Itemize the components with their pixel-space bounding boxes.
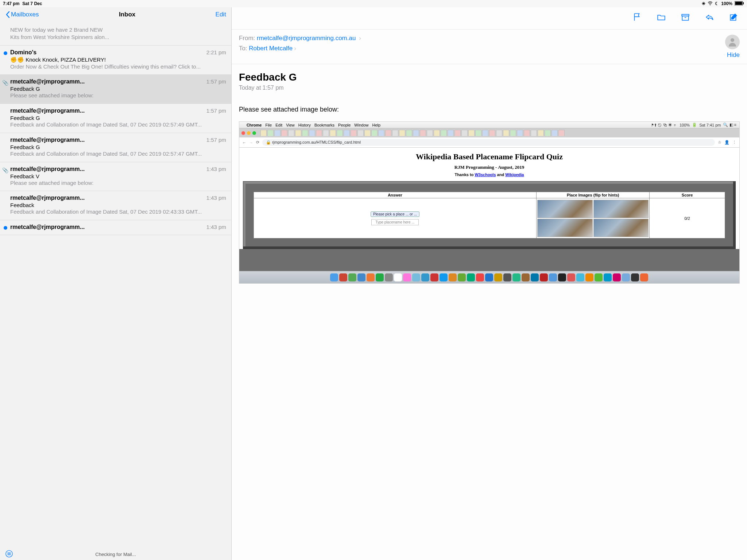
sidebar-status: Checking for Mail... xyxy=(95,552,136,557)
browser-tab xyxy=(545,130,551,136)
mail-item[interactable]: 📎rmetcalfe@rjmprogramm...1:43 pmFeedback… xyxy=(0,162,231,191)
browser-tab xyxy=(274,130,280,136)
mail-item[interactable]: rmetcalfe@rjmprogramm...1:57 pmFeedback … xyxy=(0,104,231,133)
mail-sender: rmetcalfe@rjmprogramm... xyxy=(10,78,85,85)
mail-subject: Feedback G xyxy=(10,144,226,150)
browser-tab xyxy=(406,130,412,136)
browser-tab xyxy=(510,130,516,136)
browser-tab xyxy=(330,130,336,136)
browser-tab xyxy=(378,130,384,136)
browser-tab xyxy=(281,130,287,136)
dock-app-icon xyxy=(440,273,448,281)
svg-point-12 xyxy=(731,38,734,42)
browser-tab xyxy=(351,130,357,136)
menubar-battery: 100% xyxy=(680,123,690,127)
status-spinner-icon: ✳︎ xyxy=(702,1,705,6)
browser-tab xyxy=(531,130,537,136)
mail-time: 1:57 pm xyxy=(206,78,226,85)
dock-app-icon xyxy=(567,273,575,281)
browser-tab xyxy=(448,130,454,136)
dock-app-icon xyxy=(421,273,429,281)
moon-icon: ☾ xyxy=(715,1,719,6)
dock-app-icon xyxy=(540,273,548,281)
filter-icon[interactable] xyxy=(5,550,13,559)
dock-app-icon xyxy=(622,273,630,281)
mail-list[interactable]: NEW for today we have 2 Brand NEWKits fr… xyxy=(0,23,231,549)
from-address[interactable]: rmetcalfe@rjmprogramming.com.au xyxy=(257,35,356,42)
chrome-urlbar: ← → ⟳ 🔒 rjmprogramming.com.au/HTMLCSS/fl… xyxy=(239,137,739,148)
page-h1: Wikipedia Based Placename Flipcard Quiz xyxy=(243,152,736,162)
mail-item[interactable]: rmetcalfe@rjmprogramm...1:57 pmFeedback … xyxy=(0,133,231,162)
attachment-clip-icon: 📎 xyxy=(2,80,8,86)
mail-item[interactable]: rmetcalfe@rjmprogramm...1:43 pm xyxy=(0,220,231,235)
flag-button[interactable] xyxy=(632,12,642,23)
dock-app-icon xyxy=(385,273,393,281)
dock-app-icon xyxy=(330,273,338,281)
to-name[interactable]: Robert Metcalfe xyxy=(249,45,293,52)
folder-button[interactable] xyxy=(657,12,666,23)
hide-button[interactable]: Hide xyxy=(727,51,740,59)
dock-app-icon xyxy=(430,273,438,281)
place-input: Type placename here ... xyxy=(371,219,419,225)
archive-button[interactable] xyxy=(681,12,690,23)
dock-app-icon xyxy=(503,273,511,281)
menubar-item: Help xyxy=(372,123,380,127)
battery-percent: 100% xyxy=(721,1,732,6)
score-cell: 0/2 xyxy=(650,198,725,238)
avatar[interactable] xyxy=(725,35,740,49)
dock-app-icon xyxy=(467,273,475,281)
mac-dock xyxy=(239,271,739,283)
attachment-image[interactable]: ChromeFileEditViewHistoryBookmarksPeople… xyxy=(239,121,740,284)
chevron-right-icon[interactable]: › xyxy=(359,35,361,42)
dock-app-icon xyxy=(585,273,593,281)
th-answer: Answer xyxy=(253,192,536,198)
mail-subject: ✊✊ Knock Knock, PIZZA DELIVERY! xyxy=(10,57,226,63)
browser-tab xyxy=(399,130,405,136)
mail-sender: rmetcalfe@rjmprogramm... xyxy=(10,137,85,143)
mail-subject: Feedback xyxy=(10,202,226,208)
browser-tab xyxy=(392,130,398,136)
browser-tab xyxy=(420,130,426,136)
dock-app-icon xyxy=(485,273,493,281)
mail-item[interactable]: rmetcalfe@rjmprogramm...1:43 pmFeedbackF… xyxy=(0,191,231,220)
chevron-right-icon[interactable]: › xyxy=(294,45,296,52)
back-label: Mailboxes xyxy=(11,11,39,18)
browser-tab xyxy=(468,130,475,136)
svg-rect-9 xyxy=(682,16,688,20)
dock-app-icon xyxy=(394,273,402,281)
menubar-item: History xyxy=(298,123,311,127)
menubar-item: Edit xyxy=(275,123,282,127)
mail-subject: Feedback V xyxy=(10,173,226,179)
browser-tab xyxy=(295,130,301,136)
mail-item[interactable]: 📎rmetcalfe@rjmprogramm...1:57 pmFeedback… xyxy=(0,75,231,104)
thanks-and: and xyxy=(496,172,506,177)
mail-preview: Feedback and Collaboration of Image Date… xyxy=(10,121,226,128)
browser-tab xyxy=(461,130,468,136)
mail-item[interactable]: Domino's2:21 pm✊✊ Knock Knock, PIZZA DEL… xyxy=(0,46,231,75)
nav-fwd-icon: → xyxy=(249,140,253,145)
message-body: Feedback G Today at 1:57 pm Please see a… xyxy=(232,64,747,560)
unread-dot-icon xyxy=(4,226,7,230)
nav-back-icon: ← xyxy=(242,140,246,145)
mail-time: 1:43 pm xyxy=(206,224,226,230)
compose-button[interactable] xyxy=(729,12,738,23)
dock-app-icon xyxy=(376,273,384,281)
browser-tab xyxy=(288,130,294,136)
menubar-item: Bookmarks xyxy=(314,123,334,127)
dock-app-icon xyxy=(640,273,648,281)
back-to-mailboxes-button[interactable]: Mailboxes xyxy=(5,11,39,18)
dock-app-icon xyxy=(631,273,639,281)
browser-tab xyxy=(496,130,502,136)
th-score: Score xyxy=(650,192,725,198)
mail-subject: Feedback G xyxy=(10,86,226,92)
edit-button[interactable]: Edit xyxy=(216,11,226,18)
dock-app-icon xyxy=(558,273,566,281)
browser-tab xyxy=(357,130,364,136)
reply-button[interactable] xyxy=(705,12,714,23)
status-bar: 7:47 pm Sat 7 Dec ✳︎ ☾ 100% xyxy=(0,0,747,7)
svg-rect-2 xyxy=(735,1,742,5)
browser-tab xyxy=(323,130,329,136)
mail-item[interactable]: NEW for today we have 2 Brand NEWKits fr… xyxy=(0,23,231,46)
dock-app-icon xyxy=(449,273,457,281)
wifi-icon xyxy=(708,1,713,7)
